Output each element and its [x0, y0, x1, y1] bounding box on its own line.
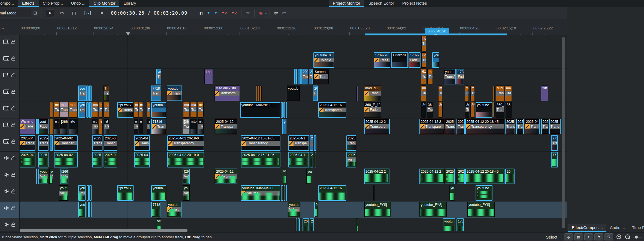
timeline-clip[interactable]: ist — [139, 119, 143, 134]
favorite-effects-icon[interactable]: ☆ — [246, 11, 250, 15]
timeline-clip[interactable]: 2025-04-12 16 — [318, 185, 346, 201]
horizontal-scrollbar[interactable] — [20, 229, 188, 232]
timeline-clip[interactable]: 20Tr — [309, 69, 313, 84]
timeline-clip[interactable]: maTra — [427, 69, 433, 84]
timeline-clip[interactable]: maTra — [505, 86, 512, 101]
timeline-clip[interactable]: youtube_FYSj- — [419, 202, 447, 217]
timeline-clip[interactable]: 360_F_12Fade — [364, 102, 381, 118]
timeline-clip[interactable]: mTr — [99, 102, 102, 118]
timeline-clip[interactable]: 2025-04-12 2LR — [419, 169, 444, 184]
timeline-clip[interactable]: youtube_FYSj- — [364, 202, 391, 217]
timeline-clip[interactable]: yo — [282, 119, 286, 134]
vertical-scrollbar[interactable] — [562, 37, 565, 228]
timeline-clip[interactable]: [266 — [60, 119, 68, 134]
film-icon[interactable]: ▤ — [574, 233, 583, 240]
timeline-clip[interactable]: duclTran — [496, 86, 504, 101]
timeline-clip[interactable]: 173Fad — [456, 69, 464, 84]
zoom-slider-knob[interactable] — [635, 236, 638, 239]
track-tools-icon[interactable]: ⊞ — [33, 11, 37, 15]
timeline-clip[interactable] — [89, 86, 92, 101]
insert-zone-icon[interactable]: ⯆ — [207, 11, 210, 15]
timeline-clip[interactable]: yc — [282, 169, 286, 184]
timeline-clip[interactable] — [50, 119, 53, 134]
snap-icon[interactable]: Ω — [604, 233, 613, 240]
timeline-clip[interactable]: WarningFade — [20, 119, 35, 134]
timeline-clip[interactable]: 2025-04-1Transpa — [288, 135, 309, 151]
timeline-clip[interactable]: youtub — [151, 102, 166, 118]
timeline-clip[interactable]: 2025-04-12 15-31-05LR — [241, 152, 280, 167]
tab-clipmonitor[interactable]: Clip Monitor — [89, 0, 119, 7]
tab-effects[interactable]: Effects — [18, 0, 39, 7]
timeline-clip[interactable] — [87, 202, 89, 217]
tab-projectmonitor[interactable]: Project Monitor — [329, 0, 364, 7]
timeline-clip[interactable] — [296, 218, 297, 231]
timeline-clip[interactable]: madTran — [60, 102, 68, 118]
timeline-clip[interactable] — [298, 218, 300, 231]
timeline-clip[interactable] — [50, 102, 53, 118]
timeline-clip[interactable]: maTra — [183, 102, 189, 118]
timeline-clip[interactable]: 2025-04-1LR — [288, 152, 309, 167]
timeline-clip[interactable]: maTra — [198, 102, 204, 118]
timeline-clip[interactable]: isto — [69, 119, 78, 134]
timeline-clip[interactable] — [89, 202, 92, 217]
track-lane[interactable]: hoTra — [20, 35, 567, 52]
track-lane[interactable]: 2025-04Trans2025-Trans2025-04-02Transpar… — [20, 135, 567, 151]
ripple-tool-button[interactable]: ⇥ — [97, 10, 105, 17]
playhead-marker[interactable] — [126, 32, 130, 35]
timeline-clip[interactable] — [86, 86, 89, 101]
timeline-clip[interactable]: youtubTran — [167, 86, 182, 101]
track-lane[interactable]: youTranThFa7718TranyoutubTranMad duck st… — [20, 85, 567, 102]
timeline-clip[interactable]: youtub — [151, 185, 166, 201]
timeline-clip[interactable]: youtube_lMalvNeJFL — [240, 102, 280, 118]
timeline-clip[interactable] — [256, 86, 257, 101]
subtitle-icon[interactable]: ▭ — [282, 11, 286, 15]
timeline-clip[interactable] — [258, 86, 259, 101]
timeline-clip[interactable] — [286, 102, 287, 118]
timeline-clip[interactable]: ThFa — [103, 86, 109, 101]
timeline-clip[interactable]: youVol — [183, 185, 190, 201]
audio-mixer-icon[interactable]: ⇄ — [274, 11, 278, 15]
timeline-clip[interactable]: [266Volu — [60, 169, 68, 184]
timeline-clip[interactable]: 2025-04-12 2LR — [364, 169, 389, 184]
dock-tab-audio[interactable]: Audio ... — [606, 224, 628, 232]
razor-tool-button[interactable]: ✂ — [58, 10, 66, 17]
timeline-clip[interactable]: youtVolu — [59, 185, 68, 201]
timeline-clip[interactable]: madTran — [69, 102, 78, 118]
timeline-clip[interactable] — [36, 119, 38, 134]
timeline-clip[interactable]: mTr — [470, 86, 475, 101]
timeline-clip[interactable]: 2025-Trans — [549, 119, 561, 134]
timeline-clip[interactable]: istTra — [92, 119, 98, 134]
mix-clips-icon[interactable]: ◧ — [199, 11, 203, 15]
timeline-clip[interactable]: maTra — [190, 102, 197, 118]
timeline-clip[interactable]: I ha — [204, 69, 213, 84]
selection-tool-button[interactable]: ➤ — [46, 9, 54, 17]
timeline-clip[interactable] — [36, 169, 37, 184]
timeline-ruler[interactable]: 00:00:00;0000:00:10;1200:00:20;2400:00:3… — [20, 19, 561, 35]
timeline-clip[interactable]: 1739278Freez — [374, 52, 390, 68]
timeline-clip[interactable]: 2025-04-02Transpar — [54, 135, 78, 151]
tab-speecheditor[interactable]: Speech Editor — [364, 0, 398, 7]
track-lane[interactable]: 2025-04LR2025-LR2025-04-02LR2025LR2025-0… — [20, 152, 567, 168]
timeline-clip[interactable]: 2025LR — [445, 169, 455, 184]
timeline-clip[interactable]: youtVolu — [39, 169, 48, 184]
timecode-display[interactable]: 00:00:30,25 / 00:03:20,09 — [111, 10, 188, 16]
timeline-clip[interactable]: youTran — [78, 102, 85, 118]
tag-icon[interactable]: ⬗ — [564, 233, 573, 240]
timeline-clip[interactable]: tjpLzMS — [117, 185, 134, 201]
timeline-clip[interactable] — [50, 135, 53, 151]
timeline-clip[interactable]: 2025-LR — [38, 152, 49, 167]
timeline-clip[interactable]: 20LR — [505, 169, 515, 184]
timeline-clip[interactable]: 202 — [303, 218, 309, 231]
timeline-clip[interactable]: 20 — [310, 218, 314, 231]
timeline-clip[interactable]: 61Tra — [421, 69, 426, 84]
tab-projectnotes[interactable]: Project Notes — [398, 0, 431, 7]
timeline-clip[interactable]: 2025-0LR — [104, 152, 117, 167]
timeline-clip[interactable] — [86, 102, 89, 118]
lift-zone-icon[interactable]: ⯆✕ — [231, 11, 237, 15]
timeline-clip[interactable]: 2025Volu — [346, 152, 356, 167]
timeline-clip[interactable] — [356, 86, 358, 101]
timeline-clip[interactable]: 202Tran — [456, 119, 465, 134]
timeline-clip[interactable] — [373, 185, 375, 201]
tab-ompo[interactable]: ompo... — [0, 0, 18, 7]
timeline-clip[interactable] — [283, 102, 285, 118]
